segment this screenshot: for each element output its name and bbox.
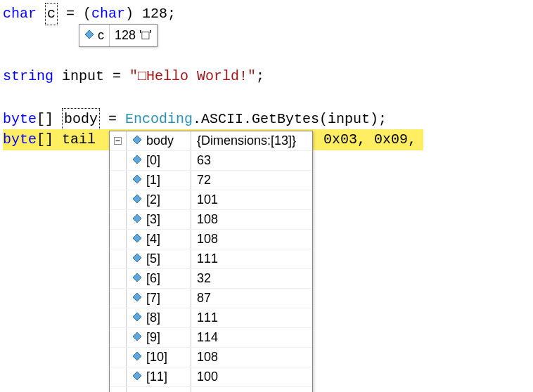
svg-marker-14 [133,352,141,360]
inspector-item-name-cell[interactable]: [12] [127,387,191,392]
inspector-header-name: body [146,131,174,150]
svg-marker-15 [133,372,141,380]
inspector-item-name-cell[interactable]: [3] [127,210,191,229]
inspector-item-name-cell[interactable]: [10] [127,348,191,367]
inspector-header-row[interactable]: body {Dimensions:[13]} [110,131,312,151]
inspector-item-index: [3] [146,210,160,229]
inspector-item-row[interactable]: [0]63 [110,151,312,171]
inspector-item-index: [2] [146,190,160,209]
inspector-item-name-cell[interactable]: [8] [127,308,191,327]
inspector-item-row[interactable]: [10]108 [110,348,312,367]
inspector-item-value-cell[interactable]: 63 [191,151,233,170]
code-line-blank-3[interactable] [3,87,530,108]
code-line-blank-2[interactable] [3,45,530,66]
inspector-item-value: 114 [197,328,218,347]
inspector-item-row[interactable]: [3]108 [110,210,312,230]
inspector-header-value-cell[interactable]: {Dimensions:[13]} [191,131,302,150]
inspector-item-value-cell[interactable]: 87 [191,289,233,308]
svg-marker-3 [133,136,141,144]
datatip-c-value-cell[interactable]: 128 '□' [110,25,157,46]
inspector-item-row[interactable]: [12]33 [110,387,312,392]
inspector-item-value: 63 [197,151,211,170]
expand-placeholder [110,367,127,386]
inspector-item-index: [11] [146,367,167,386]
inspector-item-value: 108 [197,210,218,229]
datatip-c[interactable]: c 128 '□' [79,24,158,47]
inspector-header-value: {Dimensions:[13]} [197,131,296,150]
inspector-item-value-cell[interactable]: 100 [191,367,233,386]
inspector-item-value: 101 [197,190,218,209]
inspector-item-value-cell[interactable]: 111 [191,249,233,268]
inspector-item-name-cell[interactable]: [5] [127,249,191,268]
inspector-item-row[interactable]: [2]101 [110,190,312,210]
inspector-item-value: 32 [197,269,211,288]
field-icon [132,308,142,327]
expand-placeholder [110,190,127,209]
inspector-item-row[interactable]: [8]111 [110,308,312,328]
inspector-item-value-cell[interactable]: 101 [191,190,233,209]
inspector-item-value: 108 [197,230,218,249]
svg-marker-8 [133,234,141,242]
field-icon [132,367,142,386]
expand-placeholder [110,230,127,249]
inspector-item-index: [6] [146,269,160,288]
inspector-item-row[interactable]: [4]108 [110,230,312,249]
inspector-item-name-cell[interactable]: [9] [127,328,191,347]
inspector-item-name-cell[interactable]: [6] [127,269,191,288]
svg-marker-6 [133,195,141,203]
inspector-item-row[interactable]: [5]111 [110,249,312,269]
inspector-item-value: 87 [197,289,211,308]
inspector-item-name-cell[interactable]: [2] [127,190,191,209]
inspector-item-row[interactable]: [11]100 [110,367,312,387]
inspector-item-value-cell[interactable]: 108 [191,230,233,249]
collapse-icon[interactable] [110,131,127,150]
inspector-item-index: [0] [146,151,160,170]
inspector-item-name-cell[interactable]: [7] [127,289,191,308]
expand-placeholder [110,328,127,347]
inspector-item-index: [5] [146,249,160,268]
inspector-item-value-cell[interactable]: 33 [191,387,233,392]
inspector-item-row[interactable]: [9]114 [110,328,312,348]
inspector-item-name-cell[interactable]: [1] [127,171,191,190]
selected-variable-c[interactable]: c [45,3,58,25]
selected-variable-body[interactable]: body [62,108,100,131]
code-line-1[interactable]: char c = (char) 128; [3,3,530,24]
datatip-c-name-cell[interactable]: c [79,25,110,46]
svg-marker-13 [133,332,141,341]
field-icon [132,289,142,308]
inspector-item-value-cell[interactable]: 108 [191,348,233,367]
expand-placeholder [110,249,127,268]
inspector-item-name-cell[interactable]: [0] [127,151,191,170]
inspector-item-value: 111 [197,249,218,268]
expand-placeholder [110,269,127,288]
inspector-item-row[interactable]: [6]32 [110,269,312,289]
inspector-item-value-cell[interactable]: 72 [191,171,233,190]
inspector-item-name-cell[interactable]: [11] [127,367,191,386]
inspector-item-value-cell[interactable]: 32 [191,269,233,288]
inspector-header-name-cell[interactable]: body [127,131,191,150]
inspector-item-value: 33 [197,388,211,393]
expand-placeholder [110,289,127,308]
inspector-item-row[interactable]: [1]72 [110,171,312,190]
inspector-item-index: [1] [146,171,160,190]
datatip-c-name: c [98,26,104,45]
inspector-item-value: 108 [197,348,218,367]
inspector-item-value: 100 [197,367,218,386]
code-line-2[interactable]: string input = "□Hello World!"; [3,66,530,87]
inspector-item-index: [8] [146,308,160,327]
inspector-item-index: [12] [146,388,167,393]
expand-placeholder [110,171,127,190]
inspector-item-row[interactable]: [7]87 [110,289,312,308]
inspector-item-value-cell[interactable]: 108 [191,210,233,229]
svg-marker-11 [133,293,141,301]
field-icon [132,388,142,393]
field-icon [132,131,142,150]
inspector-body[interactable]: body {Dimensions:[13]} [0]63[1]72[2]101[… [109,131,313,392]
expand-placeholder [110,308,127,327]
inspector-item-value: 111 [197,308,218,327]
code-line-3[interactable]: byte[] body = Encoding.ASCII.GetBytes(in… [3,108,530,129]
expand-placeholder [110,387,127,392]
inspector-item-value-cell[interactable]: 114 [191,328,233,347]
inspector-item-value-cell[interactable]: 111 [191,308,233,327]
inspector-item-name-cell[interactable]: [4] [127,230,191,249]
